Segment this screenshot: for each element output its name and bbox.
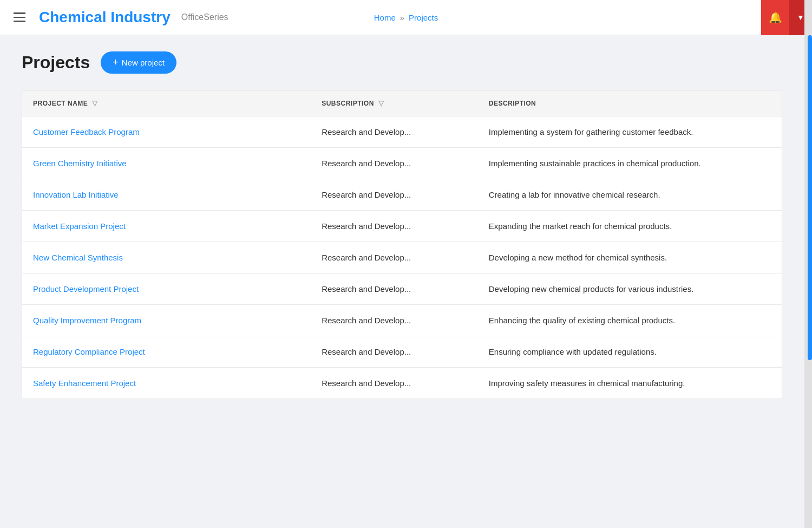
- app-header: Chemical Industry OfficeSeries Home » Pr…: [0, 0, 812, 35]
- project-name-link[interactable]: Innovation Lab Initiative: [33, 190, 119, 199]
- page-header: Projects + New project: [22, 51, 790, 74]
- table-row: Innovation Lab InitiativeResearch and De…: [22, 179, 782, 211]
- cell-description: Implementing a system for gathering cust…: [478, 116, 782, 148]
- table-row: Safety Enhancement ProjectResearch and D…: [22, 368, 782, 399]
- cell-description: Developing a new method for chemical syn…: [478, 242, 782, 273]
- table-row: Green Chemistry InitiativeResearch and D…: [22, 148, 782, 179]
- cell-project-name: Market Expansion Project: [22, 211, 311, 242]
- cell-subscription: Research and Develop...: [311, 148, 478, 179]
- project-name-link[interactable]: Market Expansion Project: [33, 221, 126, 231]
- hamburger-line-1: [14, 12, 25, 14]
- cell-description: Implementing sustainable practices in ch…: [478, 148, 782, 179]
- cell-subscription: Research and Develop...: [311, 211, 478, 242]
- project-name-link[interactable]: Customer Feedback Program: [33, 127, 140, 136]
- cell-subscription: Research and Develop...: [311, 336, 478, 368]
- hamburger-line-3: [14, 21, 25, 22]
- projects-table: PROJECT NAME ▽ SUBSCRIPTION ▽ DESCRIPTIO…: [22, 90, 782, 399]
- col-header-project-name: PROJECT NAME ▽: [22, 90, 311, 116]
- hamburger-menu-button[interactable]: [11, 10, 28, 25]
- cell-project-name: Customer Feedback Program: [22, 116, 311, 148]
- cell-project-name: New Chemical Synthesis: [22, 242, 311, 273]
- table-row: Quality Improvement ProgramResearch and …: [22, 305, 782, 336]
- projects-table-container: PROJECT NAME ▽ SUBSCRIPTION ▽ DESCRIPTIO…: [22, 90, 782, 399]
- notification-button[interactable]: 🔔: [761, 0, 789, 35]
- col-header-description: DESCRIPTION: [478, 90, 782, 116]
- cell-description: Developing new chemical products for var…: [478, 273, 782, 305]
- table-header-row: PROJECT NAME ▽ SUBSCRIPTION ▽ DESCRIPTIO…: [22, 90, 782, 116]
- col-header-subscription: SUBSCRIPTION ▽: [311, 90, 478, 116]
- table-row: New Chemical SynthesisResearch and Devel…: [22, 242, 782, 273]
- cell-project-name: Safety Enhancement Project: [22, 368, 311, 399]
- table-row: Customer Feedback ProgramResearch and De…: [22, 116, 782, 148]
- chevron-down-icon: ▼: [797, 13, 804, 22]
- project-name-filter-icon[interactable]: ▽: [92, 99, 98, 107]
- subscription-filter-icon[interactable]: ▽: [378, 99, 384, 107]
- project-name-link[interactable]: New Chemical Synthesis: [33, 253, 123, 262]
- cell-project-name: Innovation Lab Initiative: [22, 179, 311, 211]
- table-row: Product Development ProjectResearch and …: [22, 273, 782, 305]
- nav-home-link[interactable]: Home: [374, 13, 396, 22]
- cell-project-name: Green Chemistry Initiative: [22, 148, 311, 179]
- cell-subscription: Research and Develop...: [311, 242, 478, 273]
- cell-subscription: Research and Develop...: [311, 305, 478, 336]
- cell-description: Expanding the market reach for chemical …: [478, 211, 782, 242]
- plus-icon: +: [113, 57, 119, 68]
- cell-description: Ensuring compliance with updated regulat…: [478, 336, 782, 368]
- table-header: PROJECT NAME ▽ SUBSCRIPTION ▽ DESCRIPTIO…: [22, 90, 782, 116]
- cell-subscription: Research and Develop...: [311, 368, 478, 399]
- cell-subscription: Research and Develop...: [311, 273, 478, 305]
- cell-subscription: Research and Develop...: [311, 116, 478, 148]
- cell-subscription: Research and Develop...: [311, 179, 478, 211]
- cell-description: Creating a lab for innovative chemical r…: [478, 179, 782, 211]
- scrollbar-thumb[interactable]: [808, 35, 812, 360]
- hamburger-line-2: [14, 17, 25, 18]
- cell-description: Improving safety measures in chemical ma…: [478, 368, 782, 399]
- table-body: Customer Feedback ProgramResearch and De…: [22, 116, 782, 399]
- project-name-link[interactable]: Product Development Project: [33, 284, 139, 294]
- new-project-label: New project: [122, 58, 165, 67]
- nav-projects-link[interactable]: Projects: [409, 13, 438, 22]
- brand-subtitle: OfficeSeries: [181, 12, 228, 22]
- cell-project-name: Quality Improvement Program: [22, 305, 311, 336]
- cell-project-name: Product Development Project: [22, 273, 311, 305]
- project-name-link[interactable]: Safety Enhancement Project: [33, 379, 136, 388]
- page-title: Projects: [22, 53, 90, 73]
- breadcrumb-nav: Home » Projects: [374, 13, 438, 22]
- project-name-link[interactable]: Regulatory Compliance Project: [33, 347, 145, 356]
- project-name-link[interactable]: Green Chemistry Initiative: [33, 159, 127, 168]
- nav-separator: »: [400, 13, 404, 22]
- scrollbar-track[interactable]: [804, 0, 812, 528]
- cell-project-name: Regulatory Compliance Project: [22, 336, 311, 368]
- bell-icon: 🔔: [769, 11, 782, 24]
- main-content: Projects + New project PROJECT NAME ▽: [0, 35, 812, 415]
- brand-title: Chemical Industry: [39, 9, 171, 26]
- table-row: Market Expansion ProjectResearch and Dev…: [22, 211, 782, 242]
- new-project-button[interactable]: + New project: [101, 51, 176, 74]
- table-row: Regulatory Compliance ProjectResearch an…: [22, 336, 782, 368]
- project-name-link[interactable]: Quality Improvement Program: [33, 316, 141, 325]
- cell-description: Enhancing the quality of existing chemic…: [478, 305, 782, 336]
